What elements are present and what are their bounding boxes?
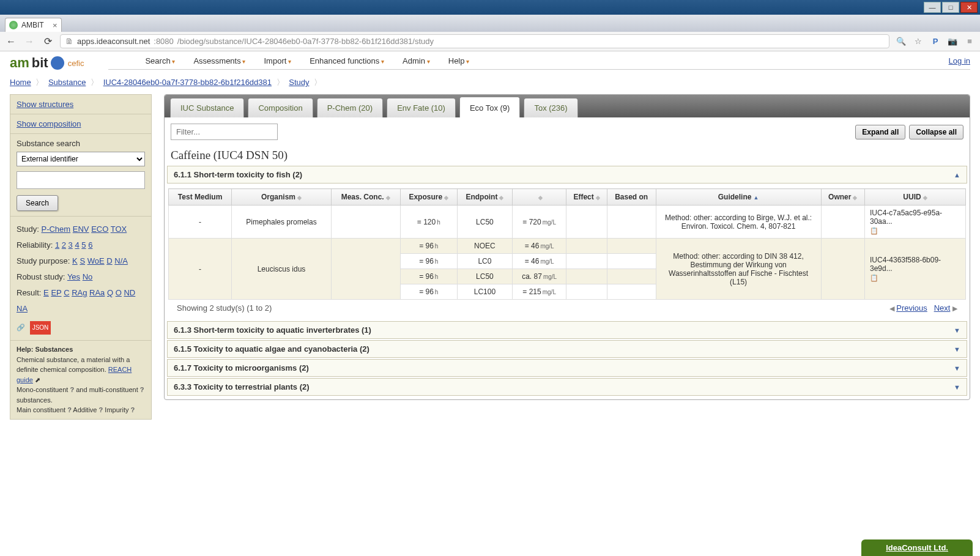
tab-pchem[interactable]: P-Chem (20) [317,98,383,117]
filter-pk[interactable]: K [72,256,78,265]
col-test-medium[interactable]: Test Medium [169,189,232,206]
filter-ps[interactable]: S [80,256,85,265]
nav-reload-icon[interactable]: ⟳ [42,35,54,48]
col-meas-conc[interactable]: Meas. Conc.◆ [331,189,400,206]
section-611-header[interactable]: 6.1.1 Short-term toxicity to fish (2) ▲ [167,166,967,183]
filter-pna[interactable]: N/A [114,256,128,265]
tab-close-icon[interactable]: × [53,21,58,30]
sidebar-filters: Study: P-Chem ENV ECO TOX Reliability: 1… [10,217,152,341]
col-owner[interactable]: Owner◆ [821,189,864,206]
window-minimize-icon[interactable]: — [924,2,941,13]
col-organism[interactable]: Organism◆ [232,189,332,206]
help-icon[interactable]: ? [131,406,135,413]
ext-p-icon[interactable]: P [930,36,941,47]
filter-rrag[interactable]: RAg [72,288,87,297]
filter-ro[interactable]: O [116,288,122,297]
section-633-header[interactable]: 6.3.3 Toxicity to terrestrial plants (2)… [167,378,967,396]
expand-all-button[interactable]: Expand all [855,125,905,139]
filter-r4[interactable]: 4 [75,240,79,250]
identifier-select[interactable]: External identifier [17,152,145,166]
window-maximize-icon[interactable]: □ [942,2,959,13]
link-icon[interactable]: 🔗 [17,324,25,331]
crumb-substance[interactable]: Substance [48,78,86,87]
help-icon[interactable]: ? [140,386,144,393]
filter-r3[interactable]: 3 [69,240,73,250]
external-icon: ⬈ [35,376,40,384]
filter-rnd[interactable]: ND [124,288,135,297]
filter-pwoe[interactable]: WoE [87,256,105,265]
collapse-all-button[interactable]: Collapse all [909,125,963,139]
section-613-header[interactable]: 6.1.3 Short-term toxicity to aquatic inv… [167,321,967,339]
col-guideline[interactable]: Guideline▲ [656,189,821,206]
star-icon[interactable]: ☆ [913,36,924,47]
nav-forward-icon[interactable]: → [23,35,35,48]
help-icon[interactable]: ? [70,386,74,393]
section-617-header[interactable]: 6.1.7 Toxicity to microorganisms (2) ▼ [167,359,967,377]
help-icon[interactable]: ? [67,406,72,413]
filter-rno[interactable]: No [83,272,93,281]
chrome-menu-icon[interactable]: ≡ [964,36,975,47]
col-based-on[interactable]: Based on [607,189,656,206]
url-host: apps.ideaconsult.net [77,37,150,46]
filter-pchem[interactable]: P-Chem [41,224,70,234]
login-link[interactable]: Log in [949,56,970,65]
tab-title: AMBIT [21,21,44,29]
tab-composition[interactable]: Composition [248,98,313,117]
tab-strip: IUC Substance Composition P-Chem (20) En… [165,95,970,117]
menu-enhanced[interactable]: Enhanced functions [310,56,384,65]
filter-rq[interactable]: Q [107,288,113,297]
tab-iuc[interactable]: IUC Substance [170,98,244,117]
browser-tab[interactable]: AMBIT × [5,18,62,32]
next-icon: ▶ [952,305,957,312]
help-block: Help: Substances Chemical substance, a m… [10,341,152,420]
search-input[interactable] [17,171,145,189]
filter-r6[interactable]: 6 [88,240,92,250]
nav-back-icon[interactable]: ← [5,35,17,48]
crumb-study[interactable]: Study [289,78,309,87]
filter-r2[interactable]: 2 [62,240,66,250]
menu-search[interactable]: Search [145,56,175,65]
url-input[interactable]: 🗎 apps.ideaconsult.net:8080/biodeg/subst… [60,34,889,48]
crumb-id[interactable]: IUC4-28046eb0-0a7f-3778-bb82-6b1f216dd38… [103,78,272,87]
clipboard-icon[interactable]: 📋 [870,274,962,282]
zoom-icon[interactable]: 🔍 [896,36,907,47]
window-close-icon[interactable]: ✕ [960,2,978,13]
json-badge[interactable]: JSON [30,321,51,335]
filter-rna[interactable]: NA [17,304,28,313]
help-icon[interactable]: ? [99,406,103,413]
filter-rc[interactable]: C [64,288,69,297]
col-uuid[interactable]: UUID◆ [865,189,966,206]
app-logo[interactable]: ambit cefic [10,55,84,71]
col-value[interactable]: ◆ [512,189,566,206]
filter-tox[interactable]: TOX [111,224,127,234]
filter-env[interactable]: ENV [73,224,89,234]
section-615-header[interactable]: 6.1.5 Toxicity to aquatic algae and cyan… [167,340,967,358]
filter-rraa[interactable]: RAa [89,288,105,297]
prev-link[interactable]: Previous [896,303,927,313]
filter-r1[interactable]: 1 [55,240,59,250]
show-structures-link[interactable]: Show structures [17,100,73,109]
next-link[interactable]: Next [934,303,951,313]
tab-envfate[interactable]: Env Fate (10) [387,98,456,117]
clipboard-icon[interactable]: 📋 [870,227,962,235]
crumb-home[interactable]: Home [10,78,31,87]
col-exposure[interactable]: Exposure◆ [400,189,457,206]
col-endpoint[interactable]: Endpoint◆ [457,189,512,206]
filter-eco[interactable]: ECO [91,224,108,234]
filter-rep[interactable]: EP [51,288,61,297]
filter-ryes[interactable]: Yes [67,272,80,281]
search-button[interactable]: Search [17,195,58,211]
show-composition-link[interactable]: Show composition [17,119,81,128]
menu-import[interactable]: Import [264,56,292,65]
tab-ecotox[interactable]: Eco Tox (9) [459,97,521,117]
tab-tox[interactable]: Tox (236) [524,98,577,117]
menu-assessments[interactable]: Assessments [193,56,245,65]
filter-input[interactable] [171,124,278,140]
menu-admin[interactable]: Admin [403,56,430,65]
col-effect[interactable]: Effect◆ [566,189,607,206]
filter-re[interactable]: E [43,288,49,297]
filter-r5[interactable]: 5 [81,240,86,250]
menu-help[interactable]: Help [448,56,470,65]
filter-pd[interactable]: D [106,256,112,265]
ext-camera-icon[interactable]: 📷 [947,36,958,47]
